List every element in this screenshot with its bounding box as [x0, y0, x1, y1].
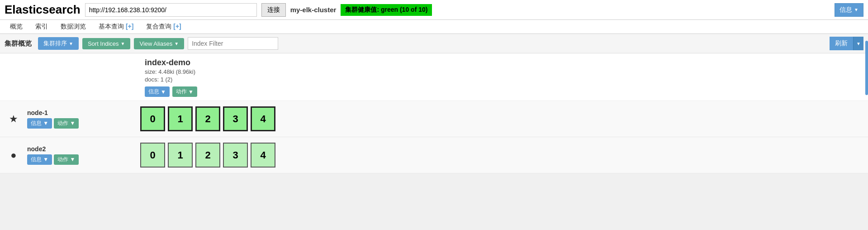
scrollbar[interactable] [865, 41, 868, 95]
index-docs: docs: 1 (2) [145, 76, 197, 83]
shard-node-1-2[interactable]: 2 [195, 106, 220, 131]
header: Elasticsearch 连接 my-elk-cluster 集群健康值: g… [0, 0, 868, 20]
shard-node-2-1[interactable]: 1 [168, 143, 193, 168]
shard-node-1-4[interactable]: 4 [251, 106, 275, 131]
connect-button[interactable]: 连接 [261, 3, 286, 17]
node-row-node-2: ●node2信息 ▼动作 ▼01234 [0, 137, 868, 173]
shard-grid-node-2: 01234 [140, 143, 275, 168]
node-row-node-1: ★node-1信息 ▼动作 ▼01234 [0, 101, 868, 137]
compound-query-plus: [+] [173, 23, 181, 30]
shard-node-1-3[interactable]: 3 [223, 106, 248, 131]
tab-compound-query[interactable]: 复合查询 [+] [141, 20, 186, 34]
node-action-btn-node-2[interactable]: 动作 ▼ [54, 154, 79, 165]
index-info: index-demo size: 4.48ki (8.96ki) docs: 1… [145, 58, 197, 97]
node-info-node-1: node-1信息 ▼动作 ▼ [23, 109, 113, 129]
sort-indices-button[interactable]: Sort Indices ▼ [82, 38, 131, 49]
node-name-node-2: node2 [27, 145, 113, 153]
refresh-button[interactable]: 刷新 [830, 37, 853, 50]
node-info-node-2: node2信息 ▼动作 ▼ [23, 145, 113, 165]
index-info-arrow: ▼ [161, 89, 166, 95]
shard-grid-node-1: 01234 [140, 106, 275, 131]
view-aliases-label: View Aliases [139, 40, 172, 47]
index-info-label: 信息 [148, 88, 159, 96]
shard-node-2-4[interactable]: 4 [251, 143, 275, 168]
info-top-arrow: ▼ [854, 7, 859, 12]
refresh-group: 刷新 ▼ [830, 37, 863, 50]
toolbar-title: 集群概览 [5, 39, 32, 48]
shard-node-1-1[interactable]: 1 [168, 106, 193, 131]
shard-node-2-0[interactable]: 0 [140, 143, 165, 168]
index-name: index-demo [145, 58, 197, 67]
tab-basic-query[interactable]: 基本查询 [+] [93, 20, 139, 34]
url-input[interactable] [85, 3, 257, 17]
view-aliases-button[interactable]: View Aliases ▼ [134, 38, 184, 49]
node-buttons-node-2: 信息 ▼动作 ▼ [27, 154, 113, 165]
shard-node-2-3[interactable]: 3 [223, 143, 248, 168]
main-content: index-demo size: 4.48ki (8.96ki) docs: 1… [0, 53, 868, 173]
shard-node-2-2[interactable]: 2 [195, 143, 220, 168]
node-buttons-node-1: 信息 ▼动作 ▼ [27, 118, 113, 129]
sort-indices-arrow: ▼ [121, 41, 125, 46]
cluster-sort-arrow: ▼ [69, 41, 73, 46]
node-icon-node-2: ● [5, 149, 23, 161]
node-action-btn-node-1[interactable]: 动作 ▼ [54, 118, 79, 129]
index-action-arrow: ▼ [188, 89, 194, 95]
node-icon-node-1: ★ [5, 113, 23, 125]
basic-query-plus: [+] [126, 23, 134, 30]
nodes-container: ★node-1信息 ▼动作 ▼01234●node2信息 ▼动作 ▼01234 [0, 101, 868, 173]
node-name-node-1: node-1 [27, 109, 113, 116]
index-action-button[interactable]: 动作 ▼ [172, 86, 197, 97]
node-info-btn-node-2[interactable]: 信息 ▼ [27, 154, 52, 165]
cluster-name: my-elk-cluster [290, 6, 337, 14]
sort-indices-label: Sort Indices [88, 40, 119, 47]
refresh-arrow-button[interactable]: ▼ [853, 37, 863, 50]
index-size: size: 4.48ki (8.96ki) [145, 68, 197, 75]
index-info-button[interactable]: 信息 ▼ [145, 86, 170, 97]
nav-tabs: 概览 索引 数据浏览 基本查询 [+] 复合查询 [+] [0, 20, 868, 34]
tab-indices[interactable]: 索引 [30, 20, 53, 34]
node-info-btn-node-1[interactable]: 信息 ▼ [27, 118, 52, 129]
view-aliases-arrow: ▼ [174, 41, 179, 46]
health-badge: 集群健康值: green (10 of 10) [341, 4, 432, 16]
shard-node-1-0[interactable]: 0 [140, 106, 165, 131]
index-action-label: 动作 [176, 88, 187, 96]
toolbar: 集群概览 集群排序 ▼ Sort Indices ▼ View Aliases … [0, 34, 868, 53]
app-title: Elasticsearch [5, 3, 81, 17]
tab-overview[interactable]: 概览 [5, 20, 28, 34]
index-header: index-demo size: 4.48ki (8.96ki) docs: 1… [0, 53, 868, 101]
cluster-sort-label: 集群排序 [43, 39, 67, 48]
index-actions: 信息 ▼ 动作 ▼ [145, 86, 197, 97]
cluster-sort-button[interactable]: 集群排序 ▼ [38, 37, 79, 50]
info-top-label: 信息 [840, 6, 852, 14]
info-top-button[interactable]: 信息 ▼ [835, 3, 863, 17]
tab-data-browser[interactable]: 数据浏览 [55, 20, 91, 34]
index-filter-input[interactable] [188, 37, 278, 50]
